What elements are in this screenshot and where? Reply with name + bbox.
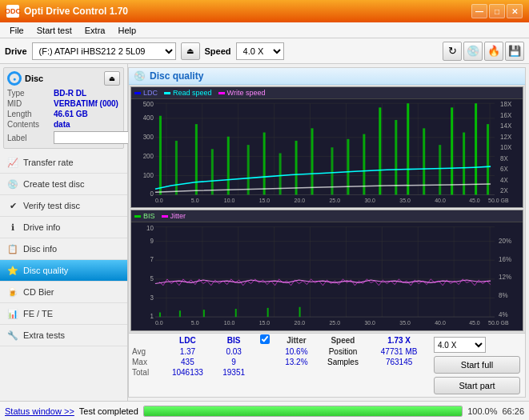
- sidebar-item-verify-test-disc[interactable]: ✔ Verify test disc: [0, 195, 127, 217]
- stats-avg-ldc: 1.37: [162, 346, 214, 357]
- speed-select[interactable]: 4.0 X: [236, 42, 284, 60]
- svg-text:20.0: 20.0: [295, 198, 306, 204]
- svg-text:0: 0: [150, 190, 154, 198]
- svg-rect-58: [407, 103, 409, 194]
- burn-button[interactable]: 🔥: [484, 42, 503, 61]
- status-text: Test completed: [79, 406, 138, 416]
- svg-text:8%: 8%: [499, 291, 508, 300]
- svg-text:50.0 GB: 50.0 GB: [488, 319, 509, 327]
- legend-read-dot: [164, 92, 170, 94]
- stats-total-bis: 19351: [214, 367, 254, 378]
- content-title: Disc quality: [150, 70, 203, 82]
- svg-text:50.0 GB: 50.0 GB: [488, 198, 509, 204]
- sidebar-item-fe-te[interactable]: 📊 FE / TE: [0, 303, 127, 325]
- extra-tests-icon: 🔧: [6, 329, 19, 342]
- content-area: 💿 Disc quality LDC Read speed: [128, 67, 526, 398]
- disc-length-row: Length 46.61 GB: [7, 110, 120, 118]
- sidebar-item-drive-info[interactable]: ℹ Drive info: [0, 217, 127, 238]
- svg-text:40.0: 40.0: [435, 319, 446, 327]
- progress-bar: [143, 406, 463, 417]
- app-icon: ODC: [6, 5, 19, 18]
- disc-label-label: Label: [7, 134, 54, 142]
- svg-text:5.0: 5.0: [191, 198, 199, 204]
- speed-select-row: 4.0 X: [434, 337, 520, 353]
- svg-rect-56: [379, 107, 381, 194]
- sidebar-item-disc-quality[interactable]: ⭐ Disc quality: [0, 260, 127, 282]
- svg-rect-109: [299, 307, 301, 317]
- sidebar-item-label: Transfer rate: [23, 158, 74, 167]
- svg-text:1: 1: [150, 312, 154, 321]
- stats-avg-speed-label: Position: [317, 346, 369, 357]
- eject-button[interactable]: ⏏: [181, 42, 200, 60]
- minimize-button[interactable]: —: [471, 4, 487, 18]
- disc-button[interactable]: 💿: [463, 42, 483, 61]
- stats-max-samples: 763145: [369, 357, 429, 367]
- menu-extra[interactable]: Extra: [78, 24, 112, 37]
- stats-max-bis: 9: [214, 357, 254, 367]
- legend-read-speed: Read speed: [164, 89, 212, 97]
- legend-read-label: Read speed: [173, 89, 212, 97]
- svg-text:5: 5: [150, 274, 154, 283]
- stats-col-jitter-check[interactable]: [254, 334, 276, 346]
- menu-help[interactable]: Help: [111, 24, 142, 37]
- svg-rect-108: [267, 308, 269, 317]
- main-layout: ● Disc ⏏ Type BD-R DL MID VERBATIMf (000…: [0, 64, 529, 401]
- legend-bis-dot: [134, 215, 141, 218]
- sidebar-item-label: Disc quality: [23, 266, 68, 275]
- disc-type-value: BD-R DL: [54, 89, 86, 98]
- chart1-svg: 0 100 200 300 400 500 18X 16X 14X 12X 10…: [131, 99, 523, 207]
- disc-eject-button[interactable]: ⏏: [104, 71, 120, 86]
- svg-text:0.0: 0.0: [155, 198, 163, 204]
- svg-text:8X: 8X: [500, 155, 508, 162]
- svg-text:6X: 6X: [500, 166, 508, 173]
- legend-bis-label: BIS: [143, 212, 155, 220]
- stats-max-ldc: 435: [162, 357, 214, 367]
- stats-total-jitter: [276, 367, 317, 378]
- speed-select[interactable]: 4.0 X: [434, 337, 486, 353]
- legend-jitter-dot: [162, 215, 168, 218]
- disc-length-value: 46.61 GB: [54, 110, 88, 118]
- sidebar-item-transfer-rate[interactable]: 📈 Transfer rate: [0, 152, 127, 174]
- maximize-button[interactable]: □: [489, 4, 505, 18]
- svg-rect-65: [131, 222, 523, 330]
- drive-select[interactable]: (F:) ATAPI iHBS212 2 5L09: [32, 42, 176, 60]
- svg-rect-51: [295, 141, 298, 195]
- sidebar-item-label: FE / TE: [23, 309, 53, 318]
- svg-text:10: 10: [146, 224, 154, 233]
- refresh-button[interactable]: ↻: [443, 42, 462, 61]
- svg-text:15.0: 15.0: [259, 198, 271, 204]
- disc-mid-label: MID: [7, 99, 54, 108]
- sidebar-item-cd-bier[interactable]: 🍺 CD Bier: [0, 282, 127, 303]
- disc-contents-label: Contents: [7, 120, 54, 129]
- statusbar: Status window >> Test completed 100.0% 6…: [0, 401, 529, 420]
- svg-text:200: 200: [143, 153, 154, 160]
- stats-col-speed-value: 1.73 X: [369, 334, 429, 346]
- svg-rect-104: [159, 313, 161, 318]
- start-part-button[interactable]: Start part: [434, 377, 520, 394]
- jitter-checkbox[interactable]: [260, 334, 270, 344]
- sidebar-item-label: Create test disc: [23, 179, 84, 189]
- legend-jitter-label: Jitter: [170, 212, 186, 220]
- disc-mid-row: MID VERBATIMf (000): [7, 99, 120, 108]
- disc-contents-value: data: [54, 120, 70, 129]
- stats-table: LDC BIS Jitter Speed 1.73 X: [129, 334, 429, 398]
- content-header: 💿 Disc quality: [129, 68, 525, 85]
- stats-avg-empty: [254, 346, 276, 357]
- sidebar-item-disc-info[interactable]: 📋 Disc info: [0, 238, 127, 260]
- svg-text:35.0: 35.0: [399, 319, 411, 327]
- start-full-button[interactable]: Start full: [434, 356, 520, 374]
- sidebar-item-extra-tests[interactable]: 🔧 Extra tests: [0, 325, 127, 346]
- menu-file[interactable]: File: [3, 24, 30, 37]
- close-button[interactable]: ✕: [507, 4, 523, 18]
- svg-rect-107: [235, 309, 237, 317]
- svg-text:3: 3: [150, 293, 154, 302]
- svg-text:5.0: 5.0: [191, 319, 199, 327]
- svg-text:4X: 4X: [500, 177, 508, 184]
- stats-col-jitter-label: Jitter: [276, 334, 317, 346]
- save-button[interactable]: 💾: [505, 42, 524, 61]
- svg-text:15.0: 15.0: [259, 319, 271, 327]
- sidebar-item-create-test-disc[interactable]: 💿 Create test disc: [0, 174, 127, 195]
- menu-start-test[interactable]: Start test: [30, 24, 78, 37]
- status-window-link[interactable]: Status window >>: [5, 406, 74, 416]
- progress-bar-fill: [144, 406, 462, 416]
